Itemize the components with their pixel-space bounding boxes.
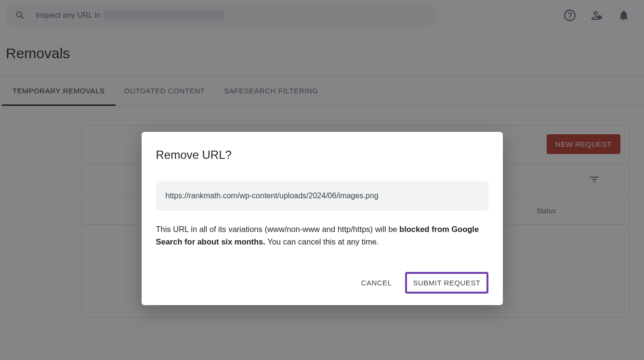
submit-request-button[interactable]: SUBMIT REQUEST [405, 272, 488, 294]
remove-url-dialog: Remove URL? https://rankmath.com/wp-cont… [142, 132, 503, 305]
dialog-url-box: https://rankmath.com/wp-content/uploads/… [156, 181, 488, 211]
dialog-text-suffix: You can cancel this at any time. [265, 237, 379, 246]
modal-overlay: Remove URL? https://rankmath.com/wp-cont… [0, 0, 644, 360]
dialog-text-prefix: This URL in all of its variations (www/n… [156, 225, 400, 233]
dialog-title: Remove URL? [156, 148, 488, 162]
cancel-button[interactable]: CANCEL [357, 274, 396, 292]
dialog-description: This URL in all of its variations (www/n… [156, 223, 488, 248]
